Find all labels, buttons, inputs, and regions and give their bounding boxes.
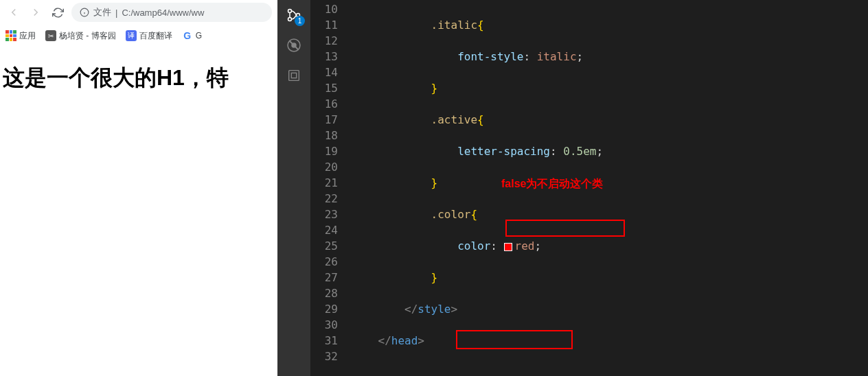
apps-shortcut[interactable]: 应用 — [5, 30, 36, 42]
bookmark-label: G — [196, 31, 202, 40]
bookmark-label: 百度翻译 — [139, 30, 172, 42]
reload-button[interactable] — [49, 4, 66, 21]
bookmark-item-1[interactable]: ✂ 杨培贤 - 博客园 — [45, 30, 116, 42]
google-icon: G — [182, 30, 193, 41]
svg-rect-9 — [291, 73, 296, 78]
svg-point-4 — [288, 18, 292, 21]
bookmark-item-3[interactable]: G G — [182, 30, 202, 41]
forward-button[interactable] — [27, 4, 44, 21]
apps-label: 应用 — [19, 30, 36, 42]
line-gutter: 1011121314151617181920212223242526272829… — [310, 0, 352, 376]
color-swatch-icon — [504, 243, 512, 251]
extensions-icon[interactable] — [284, 66, 304, 85]
code-content[interactable]: .italic{ font-style: italic; } .active{ … — [352, 0, 868, 376]
page-heading: 这是一个很大的H1，特 — [3, 63, 275, 93]
code-area[interactable]: 1011121314151617181920212223242526272829… — [310, 0, 868, 376]
address-sep: | — [115, 8, 117, 18]
svg-rect-8 — [289, 71, 299, 81]
bookmarks-bar: 应用 ✂ 杨培贤 - 博客园 译 百度翻译 G G — [0, 25, 277, 47]
browser-nav-bar: 文件 | C:/wamp64/www/ww — [0, 0, 277, 25]
annotation-text: false为不启动这个类 — [501, 176, 603, 191]
translate-icon: 译 — [126, 30, 137, 41]
source-control-icon[interactable]: 1 — [284, 5, 304, 25]
back-button[interactable] — [5, 4, 22, 21]
code-editor: 1 10111213141516171819202122232425262728… — [277, 0, 868, 376]
debug-icon[interactable] — [284, 36, 304, 55]
browser-window: 文件 | C:/wamp64/www/ww 应用 ✂ 杨培贤 - 博客园 译 百… — [0, 0, 277, 376]
bookmark-item-2[interactable]: 译 百度翻译 — [126, 30, 172, 42]
activity-bar: 1 — [277, 0, 310, 376]
address-path: C:/wamp64/www/ww — [122, 8, 204, 18]
info-icon — [80, 8, 89, 17]
svg-point-3 — [288, 10, 292, 13]
page-content: 这是一个很大的H1，特 — [0, 47, 277, 110]
apps-icon — [5, 30, 16, 41]
source-control-badge: 1 — [295, 16, 305, 26]
person-icon: ✂ — [45, 30, 56, 41]
bookmark-label: 杨培贤 - 博客园 — [59, 30, 116, 42]
address-prefix: 文件 — [93, 6, 111, 19]
address-bar[interactable]: 文件 | C:/wamp64/www/ww — [71, 3, 272, 22]
svg-point-7 — [292, 43, 296, 47]
